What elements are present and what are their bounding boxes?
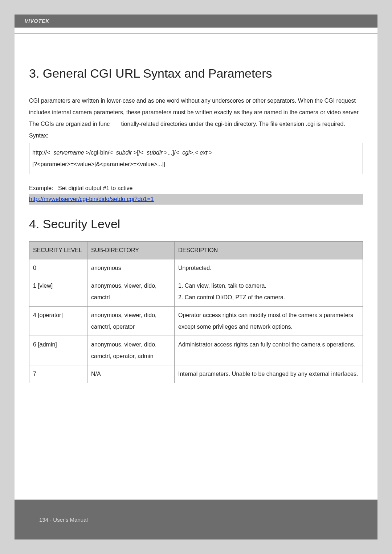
cell-subdir: N/A	[87, 365, 175, 383]
table-row: 0 anonymous Unprotected.	[29, 259, 363, 277]
cell-subdir: anonymous, viewer, dido, camctrl, operat…	[87, 336, 175, 365]
brand-text: VIVOTEK	[25, 18, 49, 24]
cell-desc: Operator access rights can modify most o…	[175, 307, 363, 336]
example-link-row: http://mywebserver/cgi-bin/dido/setdo.cg…	[29, 194, 363, 205]
cell-desc: Administrator access rights can fully co…	[175, 336, 363, 365]
syntax-box: http://< servername >/cgi-bin/< subdir >…	[29, 143, 363, 174]
example-label: Example: Set digital output #1 to active	[29, 185, 363, 192]
syntax-subdir: subdir	[147, 149, 163, 156]
th-description: DESCRIPTION	[175, 242, 363, 259]
syntax-text: >.<	[190, 149, 200, 156]
header-divider	[15, 33, 377, 34]
section-4-heading: 4. Security Level	[29, 217, 363, 231]
syntax-text: >/cgi-bin/<	[84, 149, 116, 156]
th-security-level: SECURITY LEVEL	[29, 242, 87, 259]
table-header-row: SECURITY LEVEL SUB-DIRECTORY DESCRIPTION	[29, 242, 363, 259]
th-sub-directory: SUB-DIRECTORY	[87, 242, 175, 259]
cell-desc: Unprotected.	[175, 259, 363, 277]
cell-level: 4 [operator]	[29, 307, 87, 336]
cell-subdir: anonymous, viewer, dido, camctrl, operat…	[87, 307, 175, 336]
syntax-text: >	[208, 149, 213, 156]
footer-text: 134 - User's Manual	[39, 517, 88, 523]
cell-level: 0	[29, 259, 87, 277]
page: VIVOTEK 3. General CGI URL Syntax and Pa…	[15, 15, 377, 539]
cell-level: 1 [view]	[29, 277, 87, 307]
table-row: 1 [view] anonymous, viewer, dido, camctr…	[29, 277, 363, 307]
content-area: 3. General CGI URL Syntax and Parameters…	[15, 66, 377, 383]
cell-level: 6 [admin]	[29, 336, 87, 365]
syntax-cgi: cgi	[182, 149, 189, 156]
table-row: 7 N/A Internal parameters. Unable to be …	[29, 365, 363, 383]
syntax-line-1: http://< servername >/cgi-bin/< subdir >…	[32, 147, 360, 159]
header-bar: VIVOTEK	[15, 15, 377, 28]
cell-desc: 1. Can view, listen, talk to camera.2. C…	[175, 277, 363, 307]
section-3-paragraph: CGI parameters are written in lower-case…	[29, 95, 363, 130]
syntax-subdir: subdir	[116, 149, 132, 156]
table-row: 4 [operator] anonymous, viewer, dido, ca…	[29, 307, 363, 336]
cell-subdir: anonymous, viewer, dido, camctrl	[87, 277, 175, 307]
cell-desc: Internal parameters. Unable to be change…	[175, 365, 363, 383]
footer-bar: 134 - User's Manual	[15, 500, 377, 539]
syntax-servername: servername	[53, 149, 84, 156]
syntax-text: http://<	[32, 149, 53, 156]
example-link[interactable]: http://mywebserver/cgi-bin/dido/setdo.cg…	[29, 194, 154, 204]
cell-subdir: anonymous	[87, 259, 175, 277]
syntax-ext: ext	[200, 149, 207, 156]
syntax-text: >...]/<	[163, 149, 182, 156]
cell-level: 7	[29, 365, 87, 383]
section-3-heading: 3. General CGI URL Syntax and Parameters	[29, 66, 363, 81]
syntax-label: Syntax:	[29, 130, 363, 141]
syntax-text: >[/<	[132, 149, 147, 156]
table-row: 6 [admin] anonymous, viewer, dido, camct…	[29, 336, 363, 365]
security-table: SECURITY LEVEL SUB-DIRECTORY DESCRIPTION…	[29, 241, 363, 383]
syntax-line-2: [?<parameter>=<value>[&<parameter>=<valu…	[32, 159, 360, 170]
